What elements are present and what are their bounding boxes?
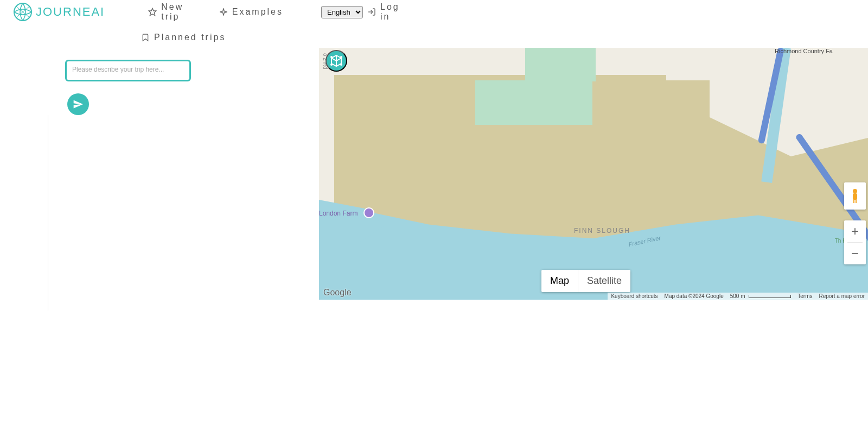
map-type-control: Map Satellite [541,270,630,292]
area-finn-slough: FINN SLOUGH [574,227,630,235]
svg-rect-9 [853,199,854,203]
map-scale-text: 500 m [730,293,745,299]
new-trip-label: New trip [161,2,201,22]
map-park-1b [525,48,596,81]
map-data-label: Map data ©2024 Google [665,293,724,299]
map-footer: Keyboard shortcuts Map data ©2024 Google… [608,293,868,300]
examples-label: Examples [232,7,283,17]
map-canvas: o 2 Rd London Farm FINN SLOUGH Richmond … [319,48,868,300]
poi-london-farm-label: London Farm [319,210,358,217]
sparkle-icon [219,8,228,16]
scale-bar [749,295,791,298]
pegman-control[interactable] [844,182,866,210]
zoom-out-button[interactable]: − [844,243,866,264]
keyboard-shortcuts-link[interactable]: Keyboard shortcuts [611,293,658,299]
login-icon [367,8,376,16]
poi-london-farm-marker[interactable] [363,207,374,218]
send-button[interactable] [67,93,89,115]
svg-point-3 [331,56,332,58]
trip-description-input[interactable] [65,60,191,81]
zoom-control: + − [844,220,866,264]
svg-point-6 [341,64,342,65]
bookmark-icon [141,33,150,42]
logo-text: JOURNEAI [36,5,105,19]
svg-point-7 [853,189,857,193]
terms-link[interactable]: Terms [797,293,812,299]
star-icon [148,8,157,16]
globe-icon [13,2,33,22]
svg-point-4 [341,56,342,58]
map-type-satellite[interactable]: Satellite [578,270,630,292]
left-panel [0,51,319,115]
map-park-1 [475,80,592,125]
language-select[interactable]: English [321,6,363,18]
svg-rect-10 [856,199,857,203]
cube-icon [330,54,343,67]
zoom-in-button[interactable]: + [844,220,866,242]
svg-point-5 [331,64,332,65]
planned-trips-label: Planned trips [154,33,226,42]
login-button[interactable]: Log in [367,2,410,22]
map-type-map[interactable]: Map [541,270,578,292]
logo[interactable]: JOURNEAI [13,2,105,22]
report-error-link[interactable]: Report a map error [819,293,865,299]
header: JOURNEAI New trip Examples English Log i… [0,0,868,24]
poi-richmond-label: Richmond Country Fa [775,48,833,54]
sub-header: Planned trips [0,24,868,51]
google-logo: Google [323,288,352,298]
send-icon [73,99,84,110]
svg-marker-1 [149,8,156,15]
map[interactable]: o 2 Rd London Farm FINN SLOUGH Richmond … [319,48,868,300]
planned-trips-nav[interactable]: Planned trips [135,28,855,47]
side-divider [48,115,48,311]
login-label: Log in [380,2,410,22]
examples-nav[interactable]: Examples [213,3,290,21]
pegman-icon [850,188,860,204]
map-3d-button[interactable] [326,50,347,72]
map-scale: 500 m [730,293,792,299]
new-trip-nav[interactable]: New trip [142,0,208,26]
